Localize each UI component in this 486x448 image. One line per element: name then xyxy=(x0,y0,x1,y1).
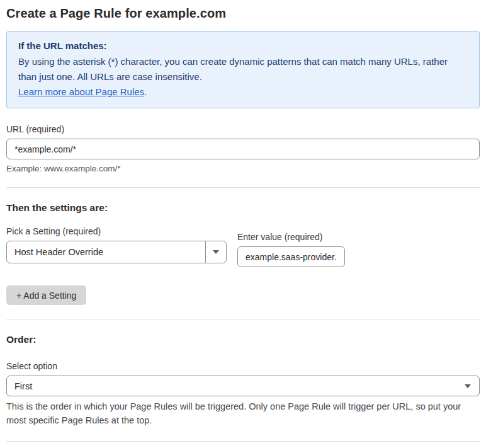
setting-picker-arrow-segment[interactable] xyxy=(205,241,226,263)
add-setting-button[interactable]: + Add a Setting xyxy=(6,285,86,305)
chevron-down-icon xyxy=(213,250,219,254)
setting-value-column: Enter value (required) xyxy=(237,226,345,267)
order-section-heading: Order: xyxy=(6,334,480,345)
order-helper-text: This is the order in which your Page Rul… xyxy=(6,399,477,427)
order-selected-value: First xyxy=(7,381,465,391)
setting-picker-column: Pick a Setting (required) Host Header Ov… xyxy=(6,226,227,267)
url-field-label: URL (required) xyxy=(6,124,480,134)
order-select[interactable]: First xyxy=(6,376,480,396)
url-input[interactable] xyxy=(6,139,480,159)
setting-picker-label: Pick a Setting (required) xyxy=(6,226,227,236)
settings-row: Pick a Setting (required) Host Header Ov… xyxy=(6,226,480,267)
setting-picker-select[interactable]: Host Header Override xyxy=(6,241,227,263)
value-field-label: Enter value (required) xyxy=(237,232,345,242)
page-title: Create a Page Rule for example.com xyxy=(6,6,480,21)
order-select-label: Select option xyxy=(6,361,480,371)
create-page-rule-panel: Create a Page Rule for example.com If th… xyxy=(0,0,486,448)
setting-value-input[interactable] xyxy=(237,246,345,267)
info-box-link-line: Learn more about Page Rules. xyxy=(18,84,468,100)
url-example-helper: Example: www.example.com/* xyxy=(6,164,480,173)
info-box-heading: If the URL matches: xyxy=(18,38,468,54)
settings-section-heading: Then the settings are: xyxy=(6,202,480,214)
url-match-info-box: If the URL matches: By using the asteris… xyxy=(6,31,480,108)
link-period: . xyxy=(144,86,147,97)
chevron-down-icon xyxy=(465,384,471,388)
divider xyxy=(6,187,480,188)
divider xyxy=(6,319,480,319)
divider xyxy=(6,441,480,442)
setting-picker-selected-value: Host Header Override xyxy=(7,241,205,263)
learn-more-link[interactable]: Learn more about Page Rules xyxy=(18,86,144,97)
info-box-body: By using the asterisk (*) character, you… xyxy=(18,54,468,84)
